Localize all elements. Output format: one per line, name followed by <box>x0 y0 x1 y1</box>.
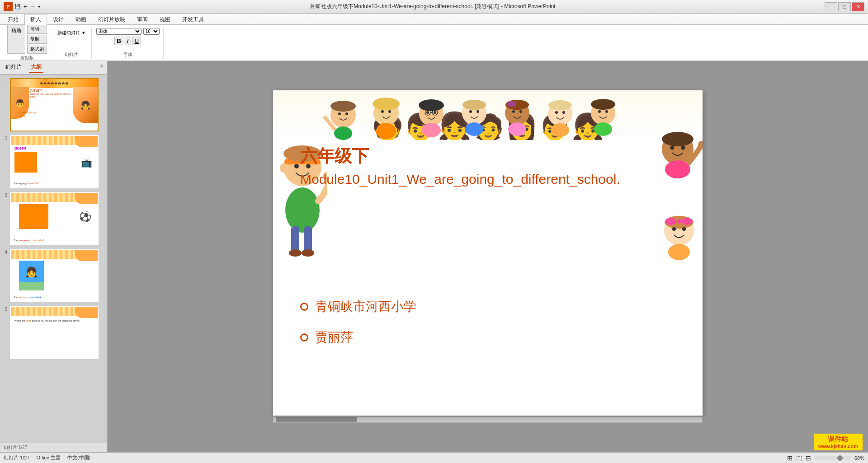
minimize-btn[interactable]: ─ <box>825 2 837 11</box>
svg-point-23 <box>465 122 483 136</box>
svg-point-21 <box>469 110 472 113</box>
undo-btn[interactable]: ↩ <box>24 4 28 9</box>
main-layout: 幻灯片 大纲 × 1 👦👧👦👧👦👧👦👧 👧 <box>0 61 868 452</box>
slide-area: 🧒 👦 👧 🧑 👩 👦 👧 <box>108 61 868 452</box>
slide-num-1: 1 <box>2 79 7 84</box>
svg-point-65 <box>668 244 690 260</box>
svg-point-12 <box>419 99 444 111</box>
svg-point-64 <box>682 227 686 231</box>
slide-thumbnail-1[interactable]: 👦👧👦👧👦👧👦👧 👧 👦 六年级下 Module10_Unit1_We_are_… <box>10 78 99 131</box>
status-left: 幻灯片 1/27 Office 主题 中文(中国) <box>4 454 90 461</box>
slides-tab[interactable]: 幻灯片 <box>4 62 24 73</box>
tab-insert[interactable]: 插入 <box>24 14 47 25</box>
app-icon: P <box>4 2 13 11</box>
tab-design[interactable]: 设计 <box>47 14 70 25</box>
svg-point-28 <box>508 122 526 136</box>
svg-point-2 <box>330 101 356 112</box>
format-painter-btn[interactable]: 格式刷 <box>27 45 47 54</box>
tab-view[interactable]: 视图 <box>154 14 176 25</box>
tab-review[interactable]: 审阅 <box>131 14 154 25</box>
view-notes-btn[interactable]: ⊟ <box>806 454 811 462</box>
font-family-select[interactable]: 宋体 <box>96 28 142 35</box>
scrollbar-thumb[interactable] <box>276 417 357 422</box>
underline-btn[interactable]: U <box>132 37 142 45</box>
svg-point-27 <box>519 110 522 113</box>
tab-start[interactable]: 开始 <box>2 14 24 25</box>
bullet-dot-2 <box>300 333 308 341</box>
panel-close-btn[interactable]: × <box>100 62 104 73</box>
save-btn[interactable]: 💾 <box>14 4 21 9</box>
window-controls[interactable]: ─ □ ✕ <box>825 2 864 11</box>
bullet-dot-1 <box>300 303 308 311</box>
svg-point-55 <box>681 146 685 150</box>
svg-point-22 <box>476 110 479 113</box>
slide-thumbnail-5[interactable]: What's the same point do you find out fr… <box>10 306 99 359</box>
svg-point-37 <box>598 110 601 113</box>
tab-animation[interactable]: 动画 <box>70 14 92 25</box>
svg-point-3 <box>338 112 341 115</box>
slide-num-4: 4 <box>2 250 7 255</box>
status-bar: 幻灯片 1/27 Office 主题 中文(中国) ⊞ ⬚ ⊟ 68% <box>0 452 868 463</box>
ribbon-group-clipboard: 粘贴 剪切 复制 格式刷 剪贴板 <box>4 27 51 59</box>
outline-tab[interactable]: 大纲 <box>29 62 43 73</box>
slide-title-en: Module10_Unit1_We_are_going_to_different… <box>300 170 675 189</box>
svg-rect-49 <box>304 226 312 253</box>
close-btn[interactable]: ✕ <box>852 2 864 11</box>
window-title: 外研社版六年级下Module10-Unit1-We-are-going-to-d… <box>310 3 555 10</box>
slide-thumb-4: 4 👧 She is going to read a book. <box>2 249 105 302</box>
svg-point-13 <box>426 111 429 114</box>
language: 中文(中国) <box>67 454 90 461</box>
ribbon-group-font: 宋体 16 B I U 字体 <box>93 27 164 59</box>
slide-thumbnail-4[interactable]: 👧 She is going to read a book. <box>10 249 99 302</box>
quick-access-toolbar: 💾 ↩ ↪ ▼ <box>14 4 41 9</box>
svg-point-60 <box>665 218 676 225</box>
bullet-text-1: 青铜峡市河西小学 <box>315 298 416 315</box>
svg-rect-48 <box>291 226 299 253</box>
svg-point-46 <box>285 187 320 233</box>
svg-point-33 <box>562 111 565 114</box>
tab-slideshow[interactable]: 幻灯片放映 <box>92 14 131 25</box>
slide-count: 幻灯片 1/27 <box>4 454 29 461</box>
maximize-btn[interactable]: □ <box>838 2 851 11</box>
svg-point-43 <box>294 164 299 168</box>
ribbon-group-slides: 新建幻灯片 ▼ 幻灯片 <box>52 27 92 59</box>
zoom-slider[interactable] <box>815 456 851 460</box>
watermark-line2: www.kjzhan.com <box>818 444 858 449</box>
svg-point-39 <box>594 122 612 136</box>
svg-point-36 <box>591 99 615 110</box>
copy-btn[interactable]: 复制 <box>27 35 47 44</box>
redo-btn[interactable]: ↪ <box>30 4 34 9</box>
new-slide-btn[interactable]: 新建幻灯片 ▼ <box>56 28 88 38</box>
paste-btn[interactable]: 粘贴 <box>7 25 25 54</box>
view-slide-btn[interactable]: ⬚ <box>796 454 802 462</box>
zoom-level: 68% <box>854 455 864 461</box>
ribbon-content: 粘贴 剪切 复制 格式刷 剪贴板 新建幻灯片 ▼ 幻灯片 宋体 16 B I U <box>0 24 868 61</box>
slide-num-2: 2 <box>2 136 7 141</box>
tab-developer[interactable]: 开发工具 <box>176 14 210 25</box>
slide-thumbnail-3[interactable]: ⚽ They are going to play football . <box>10 192 99 245</box>
svg-point-51 <box>302 249 314 257</box>
bold-btn[interactable]: B <box>114 37 123 45</box>
status-right: ⊞ ⬚ ⊟ 68% <box>787 454 864 462</box>
slides-group-label: 幻灯片 <box>65 51 78 58</box>
slide-thumb-5: 5 What's the same point do you find out … <box>2 306 105 359</box>
svg-point-14 <box>434 111 436 114</box>
svg-point-26 <box>512 110 515 113</box>
slide-title-cn: 六年级下 <box>300 145 675 168</box>
slide-thumbnail-2[interactable]: guess 📺 She is going to watch TV . <box>10 135 99 188</box>
svg-point-31 <box>548 100 572 110</box>
dropdown-btn[interactable]: ▼ <box>37 5 41 9</box>
cut-btn[interactable]: 剪切 <box>27 25 47 34</box>
bullet-text-2: 贾丽萍 <box>315 329 353 346</box>
slide-bullets: 青铜峡市河西小学 贾丽萍 <box>300 298 675 360</box>
font-size-select[interactable]: 16 <box>143 28 160 35</box>
view-normal-btn[interactable]: ⊞ <box>787 454 793 462</box>
main-slide[interactable]: 🧒 👦 👧 🧑 👩 👦 👧 <box>273 90 703 416</box>
horizontal-scrollbar[interactable] <box>273 416 703 423</box>
svg-point-4 <box>345 112 348 115</box>
clipboard-label: 剪贴板 <box>20 55 34 61</box>
svg-point-38 <box>605 110 608 113</box>
svg-point-63 <box>672 227 676 231</box>
theme-name: Office 主题 <box>36 454 61 461</box>
italic-btn[interactable]: I <box>125 37 131 45</box>
